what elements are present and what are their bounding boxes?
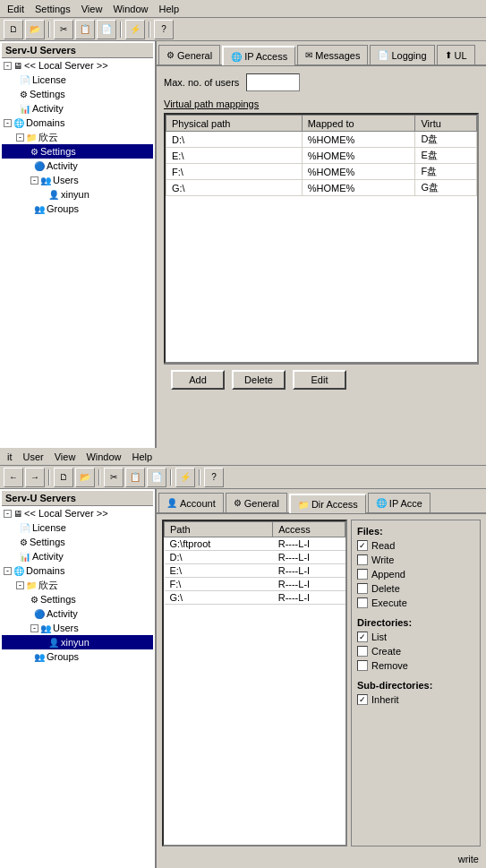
tree-domains[interactable]: - 🌐 Domains (2, 116, 153, 130)
toolbar-paste[interactable]: 📄 (97, 20, 116, 39)
dir-table-row[interactable]: G:\ R----L-I (165, 591, 345, 605)
tab2-dir-access[interactable]: 📁 Dir Access (289, 494, 366, 513)
toolbar-help[interactable]: ? (154, 20, 174, 39)
expand-xinyun[interactable]: - (16, 133, 24, 142)
toolbar2-back[interactable]: ← (4, 468, 23, 487)
edit-button[interactable]: Edit (293, 370, 346, 390)
tree2-license[interactable]: 📄 License (2, 520, 153, 535)
delete-checkbox[interactable] (357, 583, 368, 594)
tree2-activity-root[interactable]: 📊 Activity (2, 549, 153, 563)
dir-table-row[interactable]: D:\ R----L-I (165, 551, 345, 564)
tree-local-server[interactable]: - 🖥 << Local Server >> (2, 58, 153, 73)
menu-help[interactable]: Help (154, 2, 185, 16)
tree2-local-server[interactable]: - 🖥 << Local Server >> (2, 506, 153, 520)
tree2-domains[interactable]: - 🌐 Domains (2, 563, 153, 578)
toolbar-action[interactable]: ⚡ (125, 20, 145, 39)
menu2-view[interactable]: View (49, 450, 81, 464)
toolbar2-help[interactable]: ? (204, 468, 224, 487)
cell-mapped-0: %HOME% (302, 132, 415, 148)
tree-xinyun[interactable]: - 📁 欣云 (2, 130, 153, 144)
table-row[interactable]: D:\ %HOME% D盘 (166, 132, 477, 148)
toolbar2-copy[interactable]: 📋 (125, 468, 145, 487)
tree2-activity-domain[interactable]: 🔵 Activity (2, 606, 153, 621)
append-checkbox[interactable] (357, 569, 368, 580)
tab2-account[interactable]: 👤 Account (158, 493, 224, 512)
expand-users[interactable]: - (30, 176, 38, 185)
expand2-local[interactable]: - (4, 510, 12, 518)
tree-license[interactable]: 📄 License (2, 73, 153, 87)
menu2-it[interactable]: it (2, 450, 18, 464)
expand-local[interactable]: - (4, 62, 12, 70)
ip-tab-icon: 🌐 (231, 52, 242, 62)
dir-table-row[interactable]: F:\ R----L-I (165, 578, 345, 591)
dir-access-0: R----L-I (273, 537, 345, 551)
toolbar2-action[interactable]: ⚡ (175, 468, 195, 487)
tree-xinyun-user[interactable]: 👤 xinyun (2, 187, 153, 202)
dir-table-row[interactable]: G:\ftproot R----L-I (165, 537, 345, 551)
menu-settings[interactable]: Settings (30, 2, 76, 16)
toolbar-cut[interactable]: ✂ (54, 20, 73, 39)
tree-activity-domain[interactable]: 🔵 Activity (2, 159, 153, 173)
tree-users[interactable]: - 👥 Users (2, 173, 153, 187)
tree-settings-root[interactable]: ⚙ Settings (2, 87, 153, 101)
tree-activity-root[interactable]: 📊 Activity (2, 101, 153, 116)
domains-icon: 🌐 (13, 118, 24, 128)
tab-logging[interactable]: 📄 Logging (370, 45, 434, 64)
expand2-xinyun[interactable]: - (16, 581, 24, 589)
tab2-general[interactable]: ⚙ General (226, 493, 287, 512)
dir-table: Path Access G:\ftproot R----L-I D:\ (164, 521, 345, 605)
create-checkbox[interactable] (357, 646, 368, 657)
dir-table-row[interactable]: E:\ R----L-I (165, 564, 345, 578)
max-users-input[interactable] (246, 73, 300, 91)
menu-view[interactable]: View (76, 2, 108, 16)
expand-domains[interactable]: - (4, 119, 12, 127)
tab-ul[interactable]: ⬆ UL (437, 45, 475, 64)
toolbar-open[interactable]: 📂 (25, 20, 45, 39)
perm-delete: Delete (357, 581, 474, 596)
tree2-xinyun-user[interactable]: 👤 xinyun (2, 635, 153, 649)
perm-execute: Execute (357, 596, 474, 610)
remove-checkbox[interactable] (357, 660, 368, 671)
menu2-window[interactable]: Window (81, 450, 126, 464)
execute-checkbox[interactable] (357, 597, 368, 608)
tab-ip-access[interactable]: 🌐 IP Access (222, 46, 295, 65)
read-checkbox[interactable] (357, 540, 368, 551)
server-icon: 🖥 (13, 61, 22, 71)
menu2-user[interactable]: User (18, 450, 49, 464)
toolbar-new[interactable]: 🗋 (4, 20, 23, 39)
menu2-help[interactable]: Help (127, 450, 158, 464)
delete-button[interactable]: Delete (232, 370, 286, 390)
expand2-users[interactable]: - (30, 624, 38, 632)
list-checkbox[interactable] (357, 632, 368, 642)
expand2-domains[interactable]: - (4, 567, 12, 575)
toolbar2-paste[interactable]: 📄 (147, 468, 166, 487)
tree-settings-domain[interactable]: ⚙ Settings (2, 144, 153, 159)
tree-groups[interactable]: 👥 Groups (2, 202, 153, 216)
domains2-icon: 🌐 (13, 566, 24, 576)
toolbar-copy[interactable]: 📋 (75, 20, 95, 39)
toolbar2-cut[interactable]: ✂ (104, 468, 124, 487)
tree2-xinyun[interactable]: - 📁 欣云 (2, 578, 153, 592)
menu-edit[interactable]: Edit (2, 2, 30, 16)
tree2-groups[interactable]: 👥 Groups (2, 649, 153, 664)
table-row[interactable]: G:\ %HOME% G盘 (166, 180, 477, 196)
toolbar2-fwd[interactable]: → (25, 468, 45, 487)
tab-general[interactable]: ⚙ General (158, 45, 220, 64)
tree2-settings-domain[interactable]: ⚙ Settings (2, 592, 153, 606)
tab2-ip-access[interactable]: 🌐 IP Acce (368, 493, 431, 512)
toolbar2-new[interactable]: 🗋 (54, 468, 73, 487)
menu-window[interactable]: Window (107, 2, 153, 16)
tree-panel-2: Serv-U Servers - 🖥 << Local Server >> 📄 … (0, 489, 157, 868)
toolbar2-open[interactable]: 📂 (75, 468, 95, 487)
tree2-users[interactable]: - 👥 Users (2, 621, 153, 635)
permissions-panel: Files: Read Write Append (351, 520, 481, 847)
table-row[interactable]: F:\ %HOME% F盘 (166, 164, 477, 180)
tab-messages[interactable]: ✉ Messages (297, 45, 368, 64)
window1: Edit Settings View Window Help 🗋 📂 ✂ 📋 📄… (0, 0, 486, 448)
add-button[interactable]: Add (171, 370, 225, 390)
dir-access-1: R----L-I (273, 551, 345, 564)
write-checkbox[interactable] (357, 554, 368, 565)
table-row[interactable]: E:\ %HOME% E盘 (166, 148, 477, 164)
tree2-settings-root[interactable]: ⚙ Settings (2, 535, 153, 549)
inherit-checkbox[interactable] (357, 694, 368, 705)
